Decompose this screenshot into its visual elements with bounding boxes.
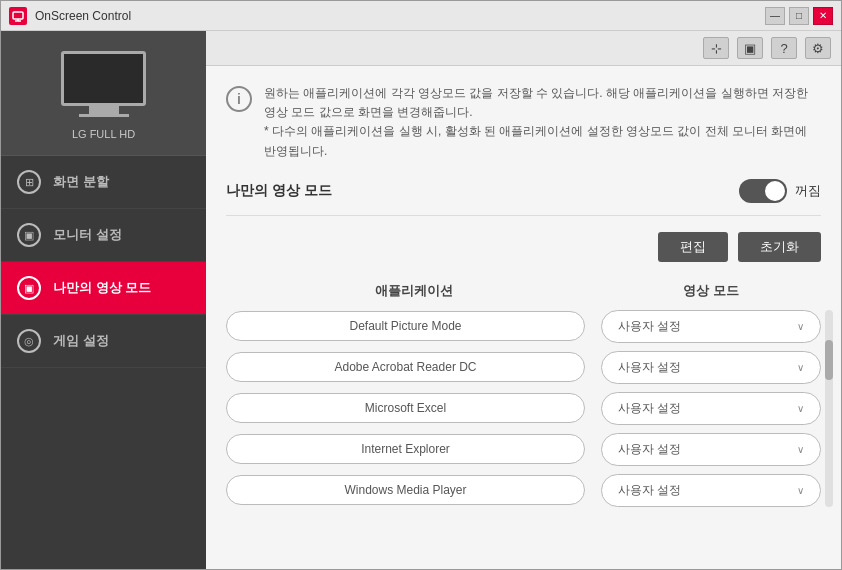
toggle-track[interactable]	[739, 179, 787, 203]
content-area: LG FULL HD ⊞ 화면 분할 ▣ 모니터 설정 ▣ 나만의 영상 모드 …	[1, 31, 841, 569]
screen-split-icon: ⊞	[17, 170, 41, 194]
scroll-track[interactable]	[825, 310, 833, 507]
scroll-thumb[interactable]	[825, 340, 833, 380]
info-section: i 원하는 애플리케이션에 각각 영상모드 값을 저장할 수 있습니다. 해당 …	[226, 84, 821, 161]
mode-row: 나만의 영상 모드 꺼짐	[226, 179, 821, 216]
chevron-down-icon: ∨	[797, 362, 804, 373]
mode-dropdown[interactable]: 사용자 설정∨	[601, 433, 821, 466]
game-settings-icon: ◎	[17, 329, 41, 353]
table-header: 애플리케이션 영상 모드	[226, 282, 821, 300]
sidebar-nav: ⊞ 화면 분할 ▣ 모니터 설정 ▣ 나만의 영상 모드 ◎ 게임 설정	[1, 156, 206, 569]
monitor-icon	[61, 51, 146, 116]
my-picture-icon: ▣	[17, 276, 41, 300]
reset-button[interactable]: 초기화	[738, 232, 821, 262]
chevron-down-icon: ∨	[797, 444, 804, 455]
title-bar: OnScreen Control — □ ✕	[1, 1, 841, 31]
info-text: 원하는 애플리케이션에 각각 영상모드 값을 저장할 수 있습니다. 해당 애플…	[264, 84, 821, 161]
toggle-state-label: 꺼짐	[795, 182, 821, 200]
table-row: Default Picture Mode사용자 설정∨	[226, 310, 821, 343]
app-name: Windows Media Player	[226, 475, 585, 505]
mode-dropdown[interactable]: 사용자 설정∨	[601, 310, 821, 343]
sidebar-item-label: 모니터 설정	[53, 226, 122, 244]
sidebar-item-label: 게임 설정	[53, 332, 109, 350]
col-app-header: 애플리케이션	[226, 282, 601, 300]
monitor-base	[79, 114, 129, 117]
mode-select-text: 사용자 설정	[618, 482, 681, 499]
close-button[interactable]: ✕	[813, 7, 833, 25]
app-name: Adobe Acrobat Reader DC	[226, 352, 585, 382]
app-name: Microsoft Excel	[226, 393, 585, 423]
title-bar-text: OnScreen Control	[35, 9, 765, 23]
sidebar-item-monitor-settings[interactable]: ▣ 모니터 설정	[1, 209, 206, 262]
main-window: OnScreen Control — □ ✕ LG FULL HD ⊞ 화면 분…	[0, 0, 842, 570]
monitor-stand	[89, 106, 119, 114]
mode-dropdown[interactable]: 사용자 설정∨	[601, 474, 821, 507]
info-line2: * 다수의 애플리케이션을 실행 시, 활성화 된 애플리케이션에 설정한 영상…	[264, 122, 821, 160]
mode-dropdown[interactable]: 사용자 설정∨	[601, 392, 821, 425]
chevron-down-icon: ∨	[797, 321, 804, 332]
app-list: Default Picture Mode사용자 설정∨Adobe Acrobat…	[226, 310, 821, 507]
monitor-settings-icon: ▣	[17, 223, 41, 247]
table-row: Windows Media Player사용자 설정∨	[226, 474, 821, 507]
mode-select-text: 사용자 설정	[618, 441, 681, 458]
main-content: ⊹ ▣ ? ⚙ i 원하는 애플리케이션에 각각 영상모드 값을 저장할 수 있…	[206, 31, 841, 569]
app-name: Internet Explorer	[226, 434, 585, 464]
cursor-button[interactable]: ⊹	[703, 37, 729, 59]
monitor-label: LG FULL HD	[72, 128, 135, 140]
sidebar-item-screen-split[interactable]: ⊞ 화면 분할	[1, 156, 206, 209]
sidebar-item-label: 화면 분할	[53, 173, 109, 191]
chevron-down-icon: ∨	[797, 403, 804, 414]
mode-select-text: 사용자 설정	[618, 318, 681, 335]
table-row: Adobe Acrobat Reader DC사용자 설정∨	[226, 351, 821, 384]
page-body: i 원하는 애플리케이션에 각각 영상모드 값을 저장할 수 있습니다. 해당 …	[206, 66, 841, 569]
mode-select-text: 사용자 설정	[618, 400, 681, 417]
help-button[interactable]: ?	[771, 37, 797, 59]
mode-label: 나만의 영상 모드	[226, 182, 332, 200]
col-mode-header: 영상 모드	[601, 282, 821, 300]
sidebar-item-label: 나만의 영상 모드	[53, 279, 151, 297]
edit-button[interactable]: 편집	[658, 232, 728, 262]
action-buttons: 편집 초기화	[226, 232, 821, 262]
sidebar-item-my-picture-mode[interactable]: ▣ 나만의 영상 모드	[1, 262, 206, 315]
top-toolbar: ⊹ ▣ ? ⚙	[206, 31, 841, 66]
monitor-button[interactable]: ▣	[737, 37, 763, 59]
sidebar: LG FULL HD ⊞ 화면 분할 ▣ 모니터 설정 ▣ 나만의 영상 모드 …	[1, 31, 206, 569]
app-icon	[9, 7, 27, 25]
table-row: Internet Explorer사용자 설정∨	[226, 433, 821, 466]
toggle-switch[interactable]: 꺼짐	[739, 179, 821, 203]
settings-button[interactable]: ⚙	[805, 37, 831, 59]
app-table: 애플리케이션 영상 모드 Default Picture Mode사용자 설정∨…	[226, 282, 821, 507]
app-name: Default Picture Mode	[226, 311, 585, 341]
toggle-thumb	[765, 181, 785, 201]
restore-button[interactable]: □	[789, 7, 809, 25]
svg-rect-0	[13, 12, 23, 19]
info-line1: 원하는 애플리케이션에 각각 영상모드 값을 저장할 수 있습니다. 해당 애플…	[264, 84, 821, 122]
minimize-button[interactable]: —	[765, 7, 785, 25]
monitor-preview: LG FULL HD	[1, 31, 206, 156]
window-controls: — □ ✕	[765, 7, 833, 25]
info-icon: i	[226, 86, 252, 112]
sidebar-item-game-settings[interactable]: ◎ 게임 설정	[1, 315, 206, 368]
table-row: Microsoft Excel사용자 설정∨	[226, 392, 821, 425]
mode-dropdown[interactable]: 사용자 설정∨	[601, 351, 821, 384]
monitor-screen	[61, 51, 146, 106]
chevron-down-icon: ∨	[797, 485, 804, 496]
mode-select-text: 사용자 설정	[618, 359, 681, 376]
